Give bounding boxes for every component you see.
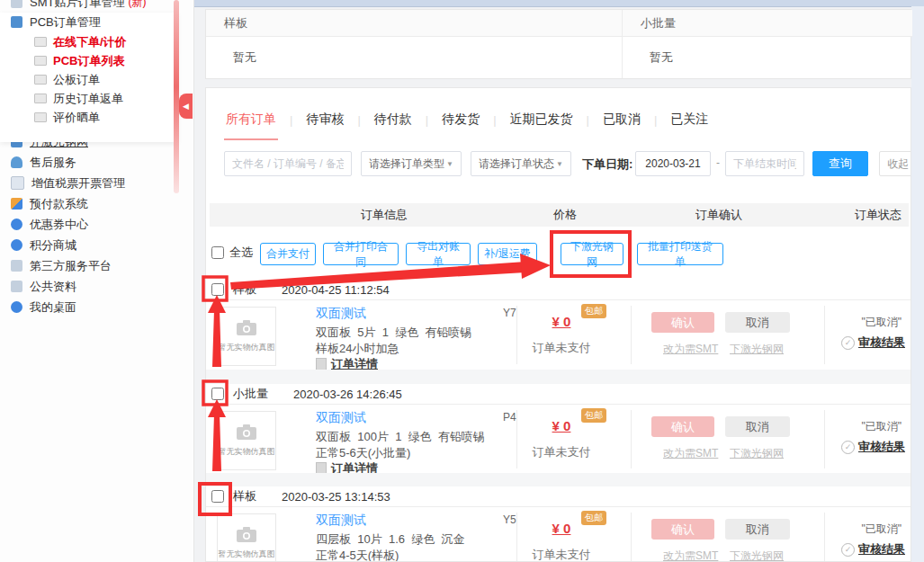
audit-result: ✓ 审核结果 xyxy=(841,335,905,351)
submenu-icon xyxy=(34,56,47,66)
document-icon xyxy=(316,358,327,370)
page-right-gutter xyxy=(911,6,924,562)
order-price: ¥ 0 xyxy=(516,314,606,329)
confirm-button[interactable]: 确认 xyxy=(651,416,714,437)
order-checkbox[interactable] xyxy=(211,490,224,503)
camera-icon xyxy=(236,424,257,441)
refund-shipping-button[interactable]: 补/退运费 xyxy=(478,243,537,265)
date-range-dash: - xyxy=(716,156,720,169)
chevron-down-icon: ▼ xyxy=(446,160,453,168)
submenu-icon xyxy=(34,112,47,122)
cancel-button[interactable]: 取消 xyxy=(725,312,790,333)
folder-icon xyxy=(11,16,22,28)
sidebar-item-public-board-orders[interactable]: 公板订单 xyxy=(0,70,193,89)
sidebar-item-label: 优惠券中心 xyxy=(30,217,88,233)
order-checkbox[interactable] xyxy=(211,388,224,400)
col-order-status: 订单状态 xyxy=(855,203,902,227)
sidebar-item-label: 公共资料 xyxy=(30,279,76,295)
submenu-icon xyxy=(34,37,47,47)
tab-separator: | xyxy=(587,113,589,127)
laser-stencil-button[interactable]: 下激光钢网 xyxy=(561,243,623,265)
order-code: Y5 xyxy=(503,513,516,526)
sidebar-item-label: 公板订单 xyxy=(53,72,100,88)
sidebar-item-truncated[interactable]: SMT贴片订单管理 (新) xyxy=(0,0,193,12)
sidebar-item-history-reorder[interactable]: 历史订单返单 xyxy=(0,89,193,108)
pay-status: 订单未支付 xyxy=(516,444,606,460)
sidebar-item-label: 在线下单/计价 xyxy=(53,34,127,50)
tab-separator: | xyxy=(426,113,428,127)
select-all-checkbox[interactable]: 全选 xyxy=(211,245,253,261)
sidebar-item-vat-invoice[interactable]: 增值税票开票管理 xyxy=(0,173,193,193)
sidebar-item-prepay-system[interactable]: 预付款系统 xyxy=(0,193,193,214)
order-code: P4 xyxy=(503,411,516,424)
change-to-smt-link[interactable]: 改为需SMT xyxy=(663,446,718,461)
change-to-smt-link[interactable]: 改为需SMT xyxy=(663,342,718,357)
sidebar-item-online-order[interactable]: 在线下单/计价 xyxy=(0,32,193,51)
tab-followed[interactable]: 已关注 xyxy=(668,112,710,128)
sidebar-item-my-desktop[interactable]: 我的桌面 xyxy=(0,297,193,317)
confirm-button[interactable]: 确认 xyxy=(651,519,714,540)
tab-all-orders[interactable]: 所有订单 xyxy=(224,112,278,128)
order-type-select[interactable]: 请选择订单类型 ▼ xyxy=(361,151,462,176)
sidebar-item-coupon-center[interactable]: 优惠券中心 xyxy=(0,214,193,235)
audit-result-link[interactable]: 审核结果 xyxy=(858,541,905,558)
sidebar-item-label: 我的桌面 xyxy=(30,299,76,316)
tab-cancelled[interactable]: 已取消 xyxy=(601,112,642,128)
batch-print-delivery-button[interactable]: 批量打印送货单 xyxy=(637,243,723,265)
order-datetime: 2020-03-25 13:14:53 xyxy=(282,490,390,504)
pay-status: 订单未支付 xyxy=(516,547,606,562)
sidebar-item-pcb-order-mgmt[interactable]: PCB订单管理 xyxy=(0,12,193,32)
summary-card: 样板 暂无 小批量 暂无 xyxy=(205,9,911,79)
order-title-link[interactable]: 双面测试 xyxy=(316,513,366,529)
merge-pay-button[interactable]: 合并支付 xyxy=(260,243,316,265)
date-start-input[interactable] xyxy=(635,151,711,176)
coupon-icon xyxy=(11,219,22,230)
sidebar-item-review-share[interactable]: 评价晒单 xyxy=(0,108,193,127)
cancel-button[interactable]: 取消 xyxy=(725,519,790,540)
tab-recently-shipped[interactable]: 近期已发货 xyxy=(508,112,575,128)
merge-print-contract-button[interactable]: 合并打印合同 xyxy=(323,243,399,265)
order-group: 小批量 2020-03-26 14:26:45 暂无实物仿真图 双面测试 P4 … xyxy=(206,384,911,475)
confirm-button[interactable]: 确认 xyxy=(651,312,714,333)
sidebar-item-label: 积分商城 xyxy=(30,237,76,254)
order-checkbox[interactable] xyxy=(211,283,224,296)
order-title-link[interactable]: 双面测试 xyxy=(316,410,366,426)
tab-separator: | xyxy=(290,113,292,127)
sidebar-item-label: 历史订单返单 xyxy=(53,91,123,107)
laser-stencil-link[interactable]: 下激光钢网 xyxy=(730,549,784,562)
order-status-select[interactable]: 请选择订单状态 ▼ xyxy=(471,151,571,176)
laser-stencil-link[interactable]: 下激光钢网 xyxy=(730,446,784,461)
tab-pending-payment[interactable]: 待付款 xyxy=(372,112,414,128)
sidebar-item-points-mall[interactable]: 积分商城 xyxy=(0,235,193,255)
sidebar-item-label: PCB订单管理 xyxy=(30,14,101,31)
audit-result-link[interactable]: 审核结果 xyxy=(858,335,905,351)
export-statement-button[interactable]: 导出对账单 xyxy=(406,243,471,265)
sidebar-item-after-sales[interactable]: 售后服务 xyxy=(0,152,193,173)
panel-title: 小批量 xyxy=(623,10,912,37)
order-title-link[interactable]: 双面测试 xyxy=(316,306,366,322)
date-end-input[interactable] xyxy=(725,151,804,176)
collapse-filters-button[interactable]: 收起 《 xyxy=(879,151,911,176)
tab-pending-review[interactable]: 待审核 xyxy=(304,112,345,128)
search-button[interactable]: 查询 xyxy=(812,151,868,176)
pay-status: 订单未支付 xyxy=(516,340,606,356)
laser-stencil-link[interactable]: 下激光钢网 xyxy=(730,342,784,357)
order-status-text: "已取消" xyxy=(861,315,902,330)
checkbox[interactable] xyxy=(211,246,224,259)
col-order-info: 订单信息 xyxy=(361,203,408,227)
order-group: 样板 2020-04-25 11:12:54 暂无实物仿真图 双面测试 Y7 双… xyxy=(206,280,911,370)
active-tab-underline xyxy=(224,138,278,140)
panel-empty-text: 暂无 xyxy=(623,37,912,66)
sidebar-item-pcb-order-list[interactable]: PCB订单列表 xyxy=(0,51,193,70)
panel-empty-text: 暂无 xyxy=(206,37,622,66)
sidebar-item-public-resources[interactable]: 公共资料 xyxy=(0,276,193,297)
tab-pending-shipment[interactable]: 待发货 xyxy=(440,112,481,128)
audit-result-link[interactable]: 审核结果 xyxy=(858,439,905,455)
keyword-input[interactable] xyxy=(224,151,352,176)
wallet-icon xyxy=(11,198,22,210)
cancel-button[interactable]: 取消 xyxy=(725,416,790,437)
date-label: 下单日期: xyxy=(582,156,632,173)
change-to-smt-link[interactable]: 改为需SMT xyxy=(663,549,718,562)
sidebar-item-third-party-platform[interactable]: 第三方服务平台 xyxy=(0,255,193,276)
sidebar-item-label: PCB订单列表 xyxy=(53,53,124,69)
